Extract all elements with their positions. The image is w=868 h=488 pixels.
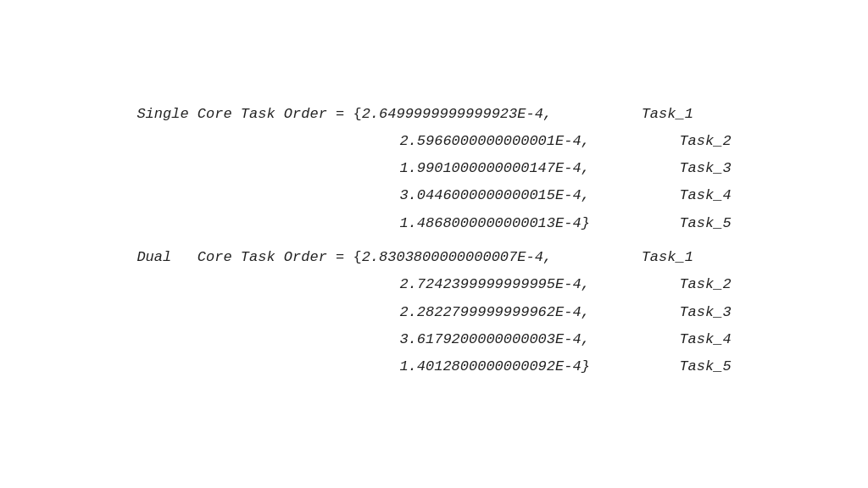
dual-core-task-3: Task_3 [679,299,731,326]
dual-core-task-4: Task_4 [679,326,731,353]
single-core-line-4: 3.0446000000000015E-4, Task_4 [136,182,731,209]
dual-core-value-1: 2.8303800000000007E-4, [362,244,633,271]
single-core-task-3: Task_3 [679,155,731,182]
single-core-value-3: 1.9901000000000147E-4, [399,155,670,182]
dual-core-line-3: 2.2822799999999962E-4, Task_3 [136,299,731,326]
dual-core-line-1: Dual Core Task Order = { 2.8303800000000… [136,244,731,271]
single-core-task-5: Task_5 [679,210,731,237]
dual-core-line-5: 1.4012800000000092E-4} Task_5 [136,353,731,380]
dual-core-value-4: 3.6179200000000003E-4, [399,326,670,353]
dual-core-block: Dual Core Task Order = { 2.8303800000000… [136,244,731,380]
dual-core-equals-1: = { [327,244,362,271]
single-core-header: Single Core Task Order [136,101,326,128]
single-core-value-4: 3.0446000000000015E-4, [399,182,670,209]
dual-core-line-2: 2.7242399999999995E-4, Task_2 [136,271,731,298]
single-core-line-2: 2.5966000000000001E-4, Task_2 [136,128,731,155]
single-core-value-5: 1.4868000000000013E-4} [399,210,670,237]
single-core-value-2: 2.5966000000000001E-4, [399,128,670,155]
single-core-line-5: 1.4868000000000013E-4} Task_5 [136,210,731,237]
dual-core-task-1: Task_1 [642,244,693,271]
single-core-equals-1: = { [327,101,362,128]
single-core-task-1: Task_1 [642,101,693,128]
single-core-task-4: Task_4 [679,182,731,209]
single-core-line-1: Single Core Task Order = { 2.64999999999… [136,101,731,128]
dual-core-task-5: Task_5 [679,353,731,380]
dual-core-value-2: 2.7242399999999995E-4, [399,271,670,298]
single-core-value-1: 2.6499999999999923E-4, [362,101,633,128]
main-content: Single Core Task Order = { 2.64999999999… [103,84,765,405]
dual-core-task-2: Task_2 [679,271,731,298]
dual-core-line-4: 3.6179200000000003E-4, Task_4 [136,326,731,353]
single-core-block: Single Core Task Order = { 2.64999999999… [136,101,731,237]
dual-core-header: Dual Core Task Order [136,244,326,271]
dual-core-value-3: 2.2822799999999962E-4, [399,299,670,326]
single-core-task-2: Task_2 [679,128,731,155]
single-core-line-3: 1.9901000000000147E-4, Task_3 [136,155,731,182]
dual-core-value-5: 1.4012800000000092E-4} [399,353,670,380]
